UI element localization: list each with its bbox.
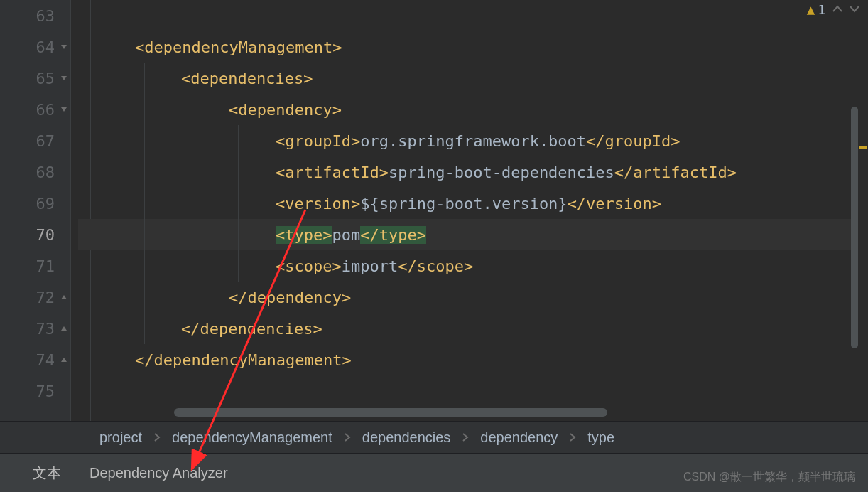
chevron-right-icon <box>569 432 576 442</box>
chevron-right-icon <box>153 432 161 442</box>
breadcrumb-item[interactable]: dependencyManagement <box>172 429 332 446</box>
line-number[interactable]: 68 <box>0 156 70 188</box>
gutter: 63 64 65 66 67 68 69 70 71 72 73 74 75 <box>0 0 71 421</box>
line-number[interactable]: 72 <box>0 282 70 313</box>
tab-text[interactable]: 文本 <box>33 464 61 483</box>
chevron-down-icon[interactable] <box>848 1 861 19</box>
code-line[interactable]: </dependencyManagement> <box>78 344 868 375</box>
breadcrumb-item[interactable]: type <box>587 429 614 446</box>
line-number[interactable]: 64 <box>0 31 70 63</box>
code-line[interactable]: <artifactId>spring-boot-dependencies</ar… <box>78 156 868 188</box>
line-number[interactable]: 69 <box>0 188 70 219</box>
breadcrumb-item[interactable]: project <box>99 429 142 446</box>
code-line[interactable] <box>78 375 868 407</box>
fold-close-icon[interactable] <box>60 293 68 301</box>
fold-close-icon[interactable] <box>60 355 68 364</box>
line-number[interactable]: 75 <box>0 375 70 407</box>
warning-count: 1 <box>818 2 825 17</box>
line-number[interactable]: 67 <box>0 125 70 156</box>
indent-guide <box>144 63 145 94</box>
line-number[interactable]: 71 <box>0 250 70 282</box>
inspection-warning-badge[interactable]: ▲ 1 <box>807 1 825 17</box>
marker-strip[interactable] <box>858 0 868 421</box>
chevron-up-icon[interactable] <box>831 1 844 19</box>
code-line[interactable]: <dependencies> <box>78 63 868 94</box>
code-line[interactable]: <scope>import</scope> <box>78 250 868 282</box>
code-lines[interactable]: <dependencyManagement> <dependencies> <d… <box>71 0 868 407</box>
warning-marker[interactable] <box>859 146 867 149</box>
code-line-current[interactable]: <type>pom</type> <box>78 219 868 250</box>
breadcrumb-item[interactable]: dependencies <box>362 429 451 446</box>
horizontal-scrollbar[interactable] <box>174 408 607 417</box>
line-number[interactable]: 70 <box>0 219 70 250</box>
code-area[interactable]: ▲ 1 <dependencyManagement> <dependencies… <box>71 0 868 421</box>
code-line[interactable]: <groupId>org.springframework.boot</group… <box>78 125 868 156</box>
code-line[interactable] <box>78 0 868 31</box>
line-number[interactable]: 73 <box>0 313 70 344</box>
code-line[interactable]: <version>${spring-boot.version}</version… <box>78 188 868 219</box>
vertical-scrollbar[interactable] <box>851 107 858 348</box>
fold-open-icon[interactable] <box>60 43 68 51</box>
warning-triangle-icon: ▲ <box>807 1 815 17</box>
line-number[interactable]: 65 <box>0 63 70 94</box>
code-line[interactable]: <dependencyManagement> <box>78 31 868 63</box>
breadcrumb-bar: project dependencyManagement dependencie… <box>0 421 868 454</box>
watermark: CSDN @散一世繁华，颠半世琉璃 <box>683 470 855 485</box>
tab-dependency-analyzer[interactable]: Dependency Analyzer <box>89 465 228 481</box>
line-number[interactable]: 74 <box>0 344 70 375</box>
bottom-tab-bar: 文本 Dependency Analyzer CSDN @散一世繁华，颠半世琉璃 <box>0 454 868 492</box>
line-number[interactable]: 66 <box>0 94 70 125</box>
fold-open-icon[interactable] <box>60 105 68 114</box>
fold-open-icon[interactable] <box>60 74 68 82</box>
code-line[interactable]: </dependencies> <box>78 313 868 344</box>
code-line[interactable]: </dependency> <box>78 282 868 313</box>
chevron-right-icon <box>462 432 469 442</box>
fold-close-icon[interactable] <box>60 324 68 333</box>
code-line[interactable]: <dependency> <box>78 94 868 125</box>
line-number[interactable]: 63 <box>0 0 70 31</box>
editor-area: 63 64 65 66 67 68 69 70 71 72 73 74 75 ▲… <box>0 0 868 421</box>
breadcrumb-item[interactable]: dependency <box>480 429 558 446</box>
inspection-nav <box>831 1 861 19</box>
chevron-right-icon <box>344 432 351 442</box>
